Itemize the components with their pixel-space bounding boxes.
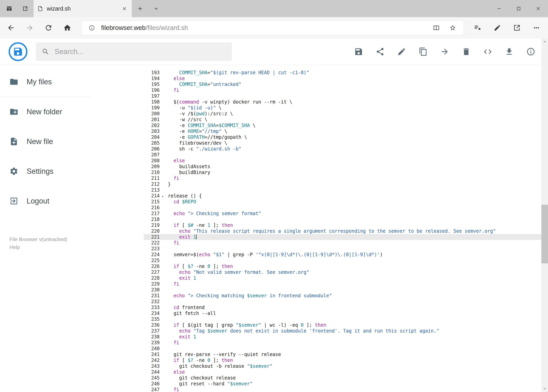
code-editor[interactable]: 193 COMMIT_SHA="$(git rev-parse HEAD | c… [144, 65, 548, 392]
tab-previews-button[interactable] [1, 0, 17, 17]
editor-line[interactable]: 200 -v /$(pwd):/src:z \ [144, 111, 548, 117]
editor-line[interactable]: 215 cd $REPO [144, 199, 548, 205]
home-button[interactable] [58, 19, 77, 37]
scrollbar-thumb[interactable] [541, 205, 548, 263]
editor-line[interactable]: 206 sh -c "./wizard.sh -b" [144, 146, 548, 152]
editor-line[interactable]: 231 echo "> Checking matching $semver in… [144, 293, 548, 299]
editor-line[interactable]: 233 cd frontend [144, 305, 548, 310]
sidebar-item-new-folder[interactable]: New folder [0, 97, 91, 127]
editor-line[interactable]: 202 -e COMMIT_SHA=$COMMIT_SHA \ [144, 123, 548, 128]
editor-line[interactable]: 197 [144, 93, 548, 99]
editor-line[interactable]: 203 -e HOME="//tmp" \ [144, 128, 548, 134]
search-input[interactable] [55, 48, 226, 56]
refresh-button[interactable] [39, 19, 58, 37]
download-button[interactable] [505, 47, 514, 56]
editor-line[interactable]: 194 else [144, 76, 548, 81]
editor-line[interactable]: 212} [144, 181, 548, 187]
editor-line[interactable]: 220 echo "This release script requires a… [144, 228, 548, 234]
editor-line[interactable]: 196 fi [144, 87, 548, 93]
rename-button[interactable] [397, 47, 406, 56]
editor-line[interactable]: 193 COMMIT_SHA="$(git rev-parse HEAD | c… [144, 70, 548, 76]
editor-line[interactable]: 222 fi [144, 240, 548, 246]
editor-line[interactable]: 209 buildAssets [144, 164, 548, 169]
help-link[interactable]: Help [9, 243, 20, 251]
editor-line[interactable]: 246 git reset --hard "$semver" [144, 381, 548, 387]
share-button[interactable] [375, 47, 385, 56]
close-window-button[interactable] [528, 0, 548, 17]
maximize-button[interactable] [509, 0, 528, 17]
editor-line[interactable]: 238 exit 1 [144, 334, 548, 340]
editor-line[interactable]: 218 [144, 217, 548, 222]
editor-line[interactable]: 225 [144, 258, 548, 263]
more-options-button[interactable] [527, 19, 546, 37]
back-button[interactable] [1, 19, 20, 37]
editor-line[interactable]: 229 fi [144, 281, 548, 287]
editor-line[interactable]: 210 buildBinary [144, 169, 548, 175]
fold-toggle-icon[interactable]: ▾ [162, 194, 164, 199]
editor-line[interactable]: 234 git fetch --all [144, 310, 548, 316]
editor-mode-button[interactable] [483, 47, 493, 56]
sidebar-item-settings[interactable]: Settings [0, 156, 91, 186]
tab-close-button[interactable] [121, 5, 128, 12]
page-scrollbar[interactable] [541, 38, 548, 392]
address-bar[interactable]: filebrowser.web/files/wizard.sh [81, 20, 464, 35]
editor-line[interactable]: 247 fi [144, 387, 548, 392]
delete-button[interactable] [462, 47, 471, 56]
editor-line[interactable]: 228 exit 1 [144, 275, 548, 281]
copy-button[interactable] [418, 47, 428, 56]
editor-line[interactable]: 205 filebrowser/dev \ [144, 140, 548, 146]
editor-line[interactable]: 242 if [ $? -ne 0 ]; then [144, 357, 548, 363]
editor-line[interactable]: 199 -u "$(id -u)" \ [144, 105, 548, 111]
info-button[interactable] [526, 47, 535, 56]
sidebar-item-new-file[interactable]: New file [0, 127, 91, 156]
editor-line[interactable]: 198 $(command -v winpty) docker run --rm… [144, 99, 548, 105]
editor-line[interactable]: 217 echo "> Checking semver format" [144, 210, 548, 217]
editor-line[interactable]: 236 if [ $(git tag | grep "$semver" | wc… [144, 322, 548, 328]
editor-line[interactable]: 235 [144, 316, 548, 322]
editor-line[interactable]: 211 fi [144, 175, 548, 181]
editor-line[interactable]: 244 else [144, 369, 548, 375]
editor-line[interactable]: 201 -w //src \ [144, 117, 548, 123]
minimize-button[interactable] [489, 0, 509, 17]
search-bar[interactable] [36, 43, 232, 61]
filebrowser-logo[interactable] [9, 42, 28, 61]
editor-line[interactable]: 219 if [ $# -ne 1 ]; then [144, 222, 548, 228]
editor-line[interactable]: 227 echo "Not valid semver format. See s… [144, 269, 548, 275]
tab-wizard-sh[interactable]: wizard.sh [33, 0, 132, 17]
editor-line[interactable]: 237 echo "Tag $semver does not exist in … [144, 328, 548, 334]
scrollbar-down-arrow[interactable] [541, 385, 548, 392]
tab-list-button[interactable] [148, 0, 164, 17]
editor-line[interactable]: 216 [144, 205, 548, 210]
add-favorite-button[interactable] [446, 21, 459, 34]
move-button[interactable] [440, 47, 449, 56]
editor-line[interactable]: 223 [144, 246, 548, 252]
editor-line[interactable]: 224 semver=$(echo "$1" | grep -P '^v(0|[… [144, 252, 548, 258]
editor-line[interactable]: 204 -e GOPATH=//tmp/gopath \ [144, 134, 548, 140]
web-note-button[interactable] [488, 19, 506, 37]
editor-line[interactable]: 226 if [ $? -ne 0 ]; then [144, 263, 548, 269]
editor-line[interactable]: 213 [144, 187, 548, 193]
editor-line[interactable]: 195 COMMIT_SHA="untracked" [144, 81, 548, 87]
editor-line[interactable]: 221 exit 1 [144, 234, 548, 240]
share-page-button[interactable] [508, 19, 526, 37]
favorites-hub-button[interactable] [469, 19, 487, 37]
set-tabs-aside-button[interactable] [17, 0, 33, 17]
editor-line[interactable]: 230 [144, 287, 548, 293]
editor-line[interactable]: 241 git rev-parse --verify --quiet relea… [144, 351, 548, 357]
sidebar-item-logout[interactable]: Logout [0, 186, 91, 216]
editor-line[interactable]: 214▾release () { [144, 193, 548, 199]
scrollbar-up-arrow[interactable] [541, 38, 548, 45]
editor-line[interactable]: 243 git checkout -b release "$semver" [144, 363, 548, 369]
save-button[interactable] [354, 47, 363, 56]
editor-line[interactable]: 240 [144, 346, 548, 351]
sidebar-item-my-files[interactable]: My files [0, 67, 91, 97]
editor-line[interactable]: 239 fi [144, 340, 548, 346]
editor-line[interactable]: 207 [144, 152, 548, 158]
editor-line[interactable]: 232 [144, 299, 548, 305]
reading-view-button[interactable] [430, 21, 443, 34]
editor-line[interactable]: 208 else [144, 158, 548, 164]
forward-button[interactable] [20, 19, 39, 37]
new-tab-button[interactable] [132, 0, 148, 17]
site-info-button[interactable] [86, 22, 97, 33]
editor-line[interactable]: 245 git checkout release [144, 375, 548, 381]
